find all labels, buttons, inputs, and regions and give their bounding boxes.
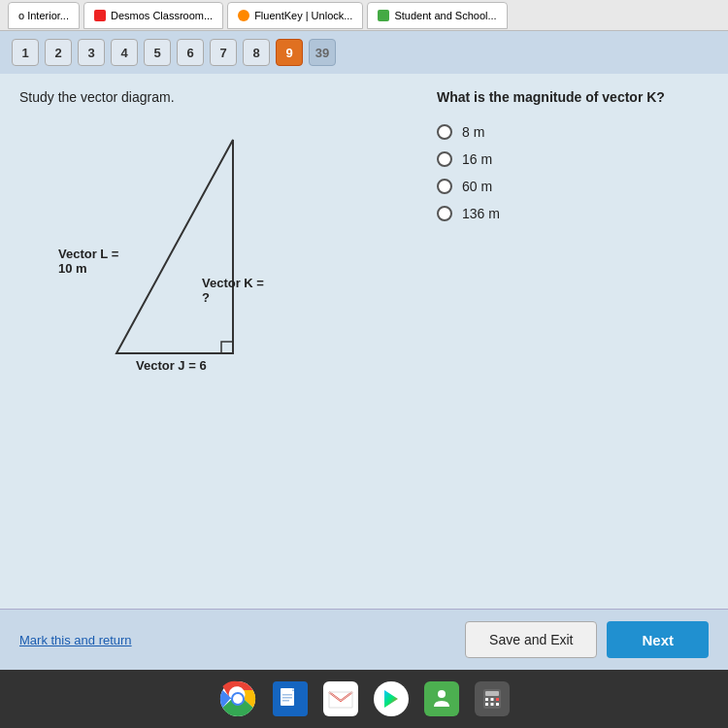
next-button[interactable]: Next: [607, 621, 709, 658]
svg-rect-6: [282, 694, 292, 696]
calc-taskbar-icon[interactable]: [475, 681, 510, 716]
answer-option-3[interactable]: 60 m: [437, 179, 709, 194]
tab-student[interactable]: Student and School...: [367, 2, 507, 29]
save-exit-button[interactable]: Save and Exit: [465, 621, 597, 658]
tab-desmos-label: Desmos Classroom...: [111, 10, 213, 21]
magnitude-question: What is the magnitude of vector K?: [437, 89, 709, 105]
q-num-39[interactable]: 39: [309, 39, 336, 66]
answer-label-2: 16 m: [462, 151, 492, 167]
study-prompt: Study the vector diagram.: [19, 89, 417, 105]
play-icon: [380, 687, 403, 711]
edu-icon: [430, 687, 453, 711]
q-num-2[interactable]: 2: [45, 39, 72, 66]
edu-taskbar-icon[interactable]: [424, 681, 459, 716]
q-num-8[interactable]: 8: [243, 39, 270, 66]
svg-point-12: [438, 690, 446, 698]
chrome-taskbar-icon[interactable]: [218, 679, 257, 718]
q-num-9[interactable]: 9: [276, 39, 303, 66]
tab-student-label: Student and School...: [394, 10, 496, 21]
svg-rect-20: [496, 703, 499, 706]
calc-icon: [480, 687, 504, 711]
answer-label-3: 60 m: [462, 179, 492, 194]
tab-fluentkey-label: FluentKey | Unlock...: [254, 10, 352, 21]
docs-taskbar-icon[interactable]: [273, 681, 308, 716]
desmos-icon: [94, 10, 106, 21]
mark-return-link[interactable]: Mark this and return: [19, 633, 132, 647]
svg-rect-18: [485, 703, 488, 706]
chrome-icon: [218, 679, 257, 718]
svg-rect-17: [496, 698, 499, 701]
svg-rect-14: [485, 691, 499, 696]
q-num-1[interactable]: 1: [12, 39, 39, 66]
answer-option-1[interactable]: 8 m: [437, 124, 709, 140]
vector-J-label: Vector J = 6: [136, 358, 207, 373]
vector-diagram: Vector L =10 m Vector K =? Vector J = 6: [39, 120, 291, 373]
q-num-5[interactable]: 5: [144, 39, 171, 66]
vector-L-label: Vector L =10 m: [58, 247, 118, 276]
q-num-7[interactable]: 7: [210, 39, 237, 66]
svg-rect-9: [327, 688, 354, 710]
fluentkey-icon: [238, 10, 249, 21]
question-number-bar: 1 2 3 4 5 6 7 8 9 39: [0, 31, 728, 74]
gmail-taskbar-icon[interactable]: [323, 681, 358, 716]
svg-rect-19: [491, 703, 494, 706]
q-num-6[interactable]: 6: [177, 39, 204, 66]
tab-interior[interactable]: o Interior...: [8, 2, 80, 29]
answer-label-4: 136 m: [462, 206, 500, 221]
radio-8m[interactable]: [437, 124, 452, 140]
answer-options: 8 m 16 m 60 m 136 m: [437, 124, 709, 221]
svg-rect-16: [491, 698, 494, 701]
left-panel: Study the vector diagram. Vector L =10 m: [19, 89, 417, 373]
svg-rect-7: [282, 697, 292, 699]
answer-label-1: 8 m: [462, 124, 484, 140]
student-icon: [378, 10, 389, 21]
taskbar: [0, 670, 728, 728]
svg-marker-0: [116, 140, 233, 353]
answer-option-2[interactable]: 16 m: [437, 151, 709, 167]
radio-60m[interactable]: [437, 179, 452, 194]
main-content: Study the vector diagram. Vector L =10 m: [0, 74, 728, 549]
svg-rect-8: [282, 700, 289, 702]
radio-16m[interactable]: [437, 151, 452, 167]
q-num-3[interactable]: 3: [78, 39, 105, 66]
svg-rect-15: [485, 698, 488, 701]
tab-interior-label: o Interior...: [18, 10, 69, 21]
radio-136m[interactable]: [437, 206, 452, 221]
docs-icon: [273, 681, 308, 716]
footer-buttons: Save and Exit Next: [465, 621, 709, 658]
svg-point-3: [233, 694, 243, 704]
q-num-4[interactable]: 4: [111, 39, 138, 66]
gmail-icon: [327, 688, 354, 710]
vector-K-label: Vector K =?: [202, 276, 264, 305]
play-taskbar-icon[interactable]: [374, 681, 409, 716]
right-panel: What is the magnitude of vector K? 8 m 1…: [437, 89, 709, 373]
tab-desmos[interactable]: Desmos Classroom...: [83, 2, 223, 29]
tab-fluentkey[interactable]: FluentKey | Unlock...: [227, 2, 363, 29]
browser-tabs-bar: o Interior... Desmos Classroom... Fluent…: [0, 0, 728, 31]
answer-option-4[interactable]: 136 m: [437, 206, 709, 221]
footer: Mark this and return Save and Exit Next: [0, 609, 728, 670]
